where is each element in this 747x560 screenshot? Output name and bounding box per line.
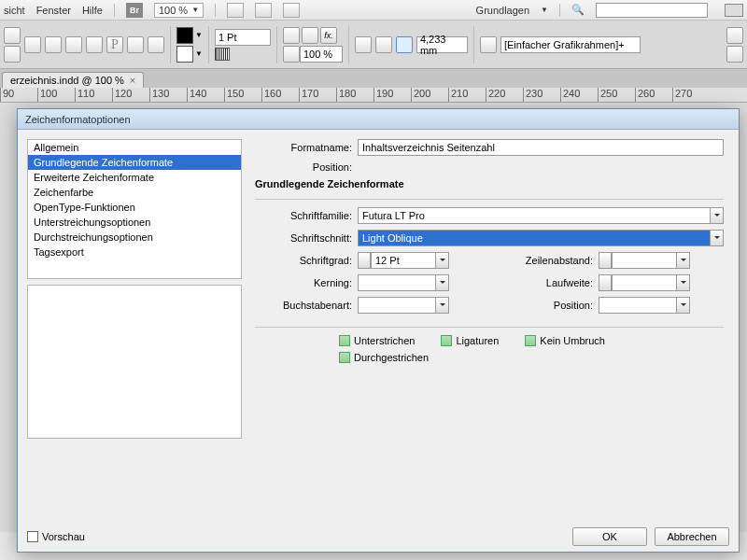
tracking-field[interactable] <box>612 274 677 291</box>
arrange-icon[interactable] <box>283 3 300 18</box>
leading-label: Zeilenabstand: <box>496 255 599 266</box>
zoom-level[interactable]: 100 %▼ <box>154 3 204 18</box>
dropdown-arrow-icon[interactable] <box>711 230 724 246</box>
close-icon[interactable]: × <box>130 75 135 86</box>
category-item[interactable]: Allgemein <box>28 140 241 155</box>
leading-spinner[interactable] <box>599 252 612 269</box>
main-panel: Formatname: Inhaltsverzeichnis Seitenzah… <box>255 139 729 516</box>
strikethrough-checkbox[interactable]: Durchgestrichen <box>339 352 429 363</box>
dropdown-arrow-icon[interactable] <box>436 252 449 269</box>
tool-icon[interactable] <box>4 46 21 63</box>
stroke-weight-field[interactable]: 1 Pt <box>215 29 271 46</box>
kerning-field[interactable] <box>358 274 436 291</box>
position-label: Position: <box>255 161 358 173</box>
cancel-button[interactable]: Abbrechen <box>655 527 729 546</box>
font-style-dropdown[interactable]: Light Oblique <box>358 230 711 246</box>
horizontal-ruler: 9010011012013014015016017018019020021022… <box>0 88 747 103</box>
opacity-field[interactable]: 100 % <box>300 46 343 63</box>
corner-icon[interactable] <box>480 36 497 53</box>
tracking-spinner[interactable] <box>599 274 612 291</box>
nobreak-checkbox[interactable]: Kein Umbruch <box>525 335 605 346</box>
divider <box>255 327 724 328</box>
tool-icon[interactable] <box>45 36 62 53</box>
dialog-titlebar[interactable]: Zeichenformatoptionen <box>18 109 739 130</box>
dropdown-arrow-icon[interactable] <box>677 274 690 291</box>
underline-checkbox[interactable]: Unterstrichen <box>339 335 415 346</box>
category-item[interactable]: OpenType-Funktionen <box>28 200 241 215</box>
measure-field[interactable]: 4,233 mm <box>416 36 468 53</box>
font-size-spinner[interactable] <box>358 252 371 269</box>
tool-icon[interactable] <box>86 36 103 53</box>
tool-icon[interactable] <box>726 46 743 63</box>
font-style-label: Schriftschnitt: <box>255 232 358 244</box>
category-item[interactable]: Erweiterte Zeichenformate <box>28 170 241 185</box>
bridge-icon[interactable]: Br <box>126 3 143 18</box>
ok-button[interactable]: OK <box>572 527 647 546</box>
tool-icon[interactable] <box>283 27 300 44</box>
text-wrap-icon[interactable] <box>375 36 392 53</box>
section-title: Grundlegende Zeichenformate <box>255 178 724 189</box>
workspace-switcher[interactable]: Grundlagen <box>476 5 530 16</box>
menu-bar: sicht Fenster Hilfe Br 100 %▼ Grundlagen… <box>0 0 747 21</box>
separator <box>215 4 216 17</box>
menu-help[interactable]: Hilfe <box>82 5 103 16</box>
case-label: Buchstabenart: <box>255 300 358 311</box>
checkbox-icon <box>441 335 452 346</box>
stroke-swatch[interactable] <box>176 46 193 63</box>
dropdown-arrow-icon[interactable] <box>677 252 690 269</box>
font-size-label: Schriftgrad: <box>255 255 358 266</box>
checkbox-icon <box>27 531 38 542</box>
text-wrap-icon[interactable] <box>355 36 372 53</box>
separator <box>170 26 171 63</box>
font-size-field[interactable]: 12 Pt <box>371 252 436 269</box>
tool-icon[interactable] <box>24 36 41 53</box>
left-column: Allgemein Grundlegende Zeichenformate Er… <box>27 139 242 516</box>
minimize-icon[interactable] <box>725 4 743 17</box>
category-item[interactable]: Zeichenfarbe <box>28 185 241 200</box>
category-item[interactable]: Durchstreichungsoptionen <box>28 230 241 245</box>
tool-icon[interactable] <box>148 36 164 53</box>
dropdown-arrow-icon[interactable] <box>436 297 449 314</box>
fill-swatch[interactable] <box>176 27 193 44</box>
tool-icon[interactable] <box>4 27 21 44</box>
tab-label: erzeichnis.indd @ 100 % <box>10 75 124 86</box>
category-item[interactable]: Grundlegende Zeichenformate <box>28 155 241 170</box>
tool-icon[interactable] <box>65 36 82 53</box>
dropdown-arrow-icon[interactable] <box>711 207 724 224</box>
screen-mode-icon[interactable] <box>255 3 272 18</box>
ligatures-checkbox[interactable]: Ligaturen <box>441 335 499 346</box>
font-family-dropdown[interactable]: Futura LT Pro <box>358 207 711 224</box>
object-style-field[interactable]: [Einfacher Grafikrahmen]+ <box>500 36 641 53</box>
preview-box <box>27 285 242 439</box>
menu-view[interactable]: sicht <box>4 5 25 16</box>
menu-window[interactable]: Fenster <box>36 5 71 16</box>
category-item[interactable]: Unterstreichungsoptionen <box>28 215 241 230</box>
view-options-icon[interactable] <box>227 3 244 18</box>
checkbox-icon <box>525 335 536 346</box>
tracking-label: Laufweite: <box>496 277 599 288</box>
formatname-input[interactable]: Inhaltsverzeichnis Seitenzahl <box>358 139 724 156</box>
paragraph-icon[interactable]: P <box>106 36 123 53</box>
search-input[interactable] <box>596 3 708 18</box>
dropdown-arrow-icon[interactable] <box>436 274 449 291</box>
tool-icon[interactable] <box>283 46 300 63</box>
document-tab[interactable]: erzeichnis.indd @ 100 % × <box>2 72 144 88</box>
case-field[interactable] <box>358 297 436 314</box>
tool-icon[interactable] <box>302 27 318 44</box>
kerning-label: Kerning: <box>255 277 358 288</box>
separator <box>559 4 560 17</box>
font-family-label: Schriftfamilie: <box>255 210 358 221</box>
crop-icon[interactable] <box>396 36 413 53</box>
position-field[interactable] <box>599 297 677 314</box>
tool-icon[interactable] <box>127 36 144 53</box>
separator <box>473 26 474 63</box>
dialog-footer: Vorschau OK Abbrechen <box>27 527 729 546</box>
stroke-style-icon[interactable] <box>215 48 230 61</box>
document-tabs: erzeichnis.indd @ 100 % × <box>0 69 747 88</box>
leading-field[interactable] <box>612 252 677 269</box>
tool-icon[interactable] <box>726 27 743 44</box>
preview-checkbox[interactable]: Vorschau <box>27 531 85 542</box>
fx-icon[interactable]: fx. <box>320 27 337 44</box>
dropdown-arrow-icon[interactable] <box>677 297 690 314</box>
category-item[interactable]: Tagsexport <box>28 245 241 259</box>
